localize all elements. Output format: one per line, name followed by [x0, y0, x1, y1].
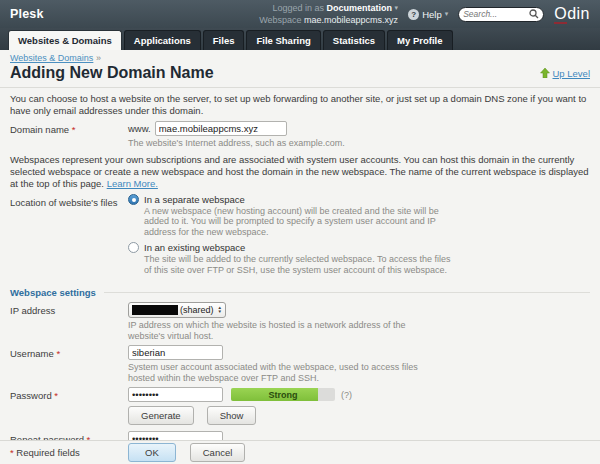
tab-applications[interactable]: Applications — [124, 30, 201, 50]
main-content: Websites & Domains » Adding New Domain N… — [0, 53, 600, 446]
radio-separate-webspace[interactable]: In a separate webspace — [128, 194, 590, 205]
logged-in-as-label: Logged in as — [273, 3, 325, 13]
radio-unselected-icon — [128, 242, 139, 253]
password-label: Password * — [10, 387, 128, 427]
ip-address-label: IP address — [10, 302, 128, 341]
login-info: Logged in as Documentation ▾ Webspace ma… — [259, 2, 398, 26]
title-divider — [0, 87, 600, 88]
caret-down-icon: ▾ — [395, 4, 399, 11]
select-arrows-icon: ▲▼ — [218, 306, 222, 314]
learn-more-link[interactable]: Learn More. — [107, 178, 158, 189]
tab-file-sharing[interactable]: File Sharing — [246, 30, 320, 50]
ip-address-select[interactable]: (shared) ▲▼ — [128, 302, 226, 318]
password-hint-link[interactable]: (?) — [341, 390, 352, 400]
location-label: Location of website's files — [10, 194, 128, 281]
section-title: Webspace settings — [10, 287, 96, 298]
radio-selected-icon — [128, 194, 139, 205]
tab-my-profile[interactable]: My Profile — [387, 30, 452, 50]
username-help-text: System user account associated with the … — [128, 362, 440, 383]
ip-help-text: IP address on which the website is hoste… — [128, 320, 440, 341]
top-bar: Plesk Logged in as Documentation ▾ Websp… — [0, 0, 600, 28]
ip-address-row: IP address (shared) ▲▼ IP address on whi… — [10, 302, 590, 341]
search-box — [458, 7, 544, 22]
search-icon[interactable] — [529, 9, 539, 19]
show-button[interactable]: Show — [207, 406, 257, 425]
username-input[interactable] — [128, 345, 223, 360]
domain-name-label: Domain name * — [10, 121, 128, 149]
tab-websites-domains[interactable]: Websites & Domains — [8, 30, 122, 50]
location-row: Location of website's files In a separat… — [10, 194, 590, 281]
webspace-settings-section: Webspace settings — [10, 287, 590, 298]
help-label: Help — [422, 9, 442, 20]
separate-webspace-help: A new webspace (new hosting account) wil… — [144, 206, 456, 238]
up-arrow-icon — [540, 68, 550, 78]
search-input[interactable] — [463, 9, 526, 19]
generate-button[interactable]: Generate — [128, 406, 194, 425]
username-label: Username * — [10, 345, 128, 383]
password-input[interactable] — [128, 387, 223, 402]
intro-text: You can choose to host a website on the … — [10, 93, 590, 117]
domain-name-input[interactable] — [155, 121, 287, 136]
existing-webspace-help: The site will be added to the currently … — [144, 254, 456, 275]
breadcrumb-link[interactable]: Websites & Domains — [10, 53, 93, 63]
ip-redacted-value — [132, 305, 178, 315]
domain-help-text: The website's Internet address, such as … — [128, 138, 590, 149]
plesk-logo[interactable]: Plesk — [10, 7, 44, 21]
help-icon: ? — [408, 9, 419, 20]
domain-name-row: Domain name * www. The website's Interne… — [10, 121, 590, 149]
caret-down-icon: ▾ — [445, 10, 449, 18]
ok-button[interactable]: OK — [128, 443, 176, 462]
ip-shared-label: (shared) — [180, 305, 214, 315]
up-level-link[interactable]: Up Level — [540, 68, 591, 79]
password-strength-bar: Strong — [231, 388, 335, 401]
www-prefix: www. — [128, 123, 151, 134]
username-row: Username * System user account associate… — [10, 345, 590, 383]
breadcrumb: Websites & Domains » — [10, 53, 590, 63]
cancel-button[interactable]: Cancel — [190, 443, 246, 462]
tab-files[interactable]: Files — [203, 30, 245, 50]
form-footer: * Required fields OK Cancel — [0, 440, 600, 464]
webspace-value: mae.mobileappcms.xyz — [304, 15, 398, 25]
webspace-label: Webspace — [259, 15, 301, 25]
odin-logo: Odin — [554, 6, 590, 22]
radio-existing-webspace[interactable]: In an existing webspace — [128, 242, 590, 253]
tab-statistics[interactable]: Statistics — [323, 30, 385, 50]
required-fields-note: * Required fields — [10, 447, 128, 458]
password-row: Password * Strong (?) Generate Show — [10, 387, 590, 427]
strength-label: Strong — [231, 388, 335, 401]
webspaces-note: Webspaces represent your own subscriptio… — [10, 154, 590, 190]
user-menu[interactable]: Documentation ▾ — [327, 3, 399, 13]
help-menu[interactable]: ? Help ▾ — [408, 9, 448, 20]
page-title: Adding New Domain Name — [10, 64, 540, 82]
user-name: Documentation — [327, 3, 393, 13]
section-divider — [104, 292, 590, 293]
tab-bar: Websites & Domains Applications Files Fi… — [0, 28, 600, 50]
breadcrumb-separator: » — [96, 53, 101, 63]
